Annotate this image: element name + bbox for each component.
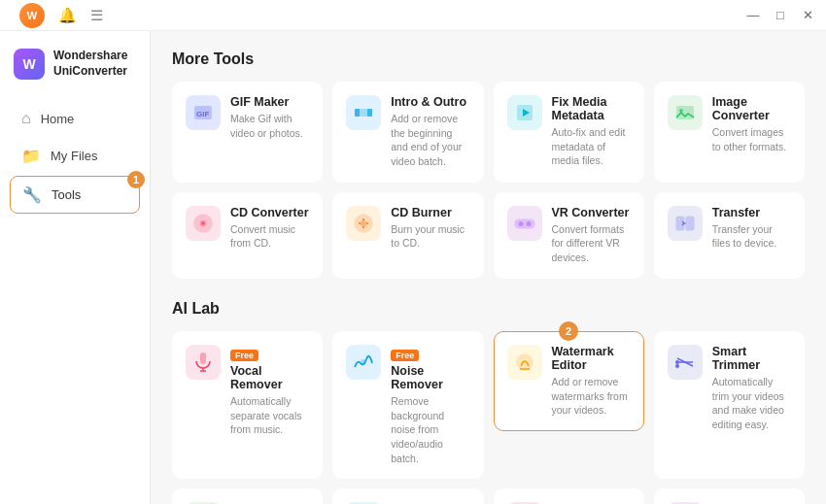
vr-converter-name: VR Converter xyxy=(552,206,631,219)
smart-trimmer-info: Smart Trimmer Automatically trim your vi… xyxy=(712,345,791,432)
vocal-remover-icon xyxy=(191,351,215,374)
svg-point-11 xyxy=(202,222,204,224)
svg-point-26 xyxy=(675,360,679,364)
tool-card-vr-converter[interactable]: VR Converter Convert formats for differe… xyxy=(494,192,644,279)
tools-icon: 🔧 xyxy=(22,185,42,204)
watermark-editor-icon-wrap xyxy=(507,345,542,380)
fix-media-info: Fix Media Metadata Auto-fix and edit met… xyxy=(552,95,631,168)
vr-converter-icon-wrap xyxy=(507,206,542,241)
ai-lab-grid: Free Vocal Remover Automatically separat… xyxy=(172,331,805,504)
cd-converter-name: CD Converter xyxy=(230,206,309,219)
noise-remover-free-badge: Free xyxy=(391,350,419,361)
sidebar-item-myfiles[interactable]: 📁 My Files xyxy=(10,138,140,174)
svg-point-27 xyxy=(675,364,679,368)
svg-text:GIF: GIF xyxy=(196,110,209,118)
intro-outro-icon xyxy=(352,101,375,124)
cd-burner-info: CD Burner Burn your music to CD. xyxy=(391,206,469,251)
sidebar-nav: ⌂ Home 📁 My Files 🔧 Tools 1 xyxy=(0,97,150,218)
tool-card-cd-converter[interactable]: CD Converter Convert music from CD. xyxy=(172,192,323,279)
logo-text: Wondershare UniConverter xyxy=(53,49,127,79)
transfer-desc: Transfer your files to device. xyxy=(712,222,791,251)
tool-card-cd-burner[interactable]: CD Burner Burn your music to CD. xyxy=(332,192,483,279)
gif-maker-icon-wrap: GIF xyxy=(186,95,221,130)
tool-card-background-remover[interactable]: Background Remo... Automatically remove … xyxy=(494,488,644,504)
image-converter-icon-wrap xyxy=(668,95,703,130)
image-converter-desc: Convert images to other formats. xyxy=(712,125,791,153)
cd-burner-desc: Burn your music to CD. xyxy=(391,222,469,251)
watermark-editor-wrap: 2 Watermark Editor Add or remove waterma… xyxy=(494,331,644,479)
vocal-remover-free-badge: Free xyxy=(230,350,258,361)
close-button[interactable]: ✕ xyxy=(799,7,816,24)
sidebar-item-tools[interactable]: 🔧 Tools 1 xyxy=(10,176,140,214)
cd-converter-info: CD Converter Convert music from CD. xyxy=(230,206,309,251)
logo-icon: W xyxy=(14,49,45,80)
svg-point-13 xyxy=(361,220,366,226)
bell-icon[interactable]: 🔔 xyxy=(58,7,77,24)
cd-converter-icon-wrap xyxy=(186,206,221,241)
transfer-name: Transfer xyxy=(712,206,791,219)
cd-converter-desc: Convert music from CD. xyxy=(230,222,309,251)
maximize-button[interactable]: □ xyxy=(772,7,789,24)
watermark-editor-name: Watermark Editor xyxy=(552,345,631,372)
fix-media-desc: Auto-fix and edit metadata of media file… xyxy=(552,125,631,168)
smart-trimmer-icon-wrap xyxy=(668,345,703,380)
noise-remover-desc: Remove background noise from video/audio… xyxy=(391,394,469,465)
tool-card-ai-portrait[interactable]: AI Portrait Change video background with… xyxy=(654,488,805,504)
fix-media-name: Fix Media Metadata xyxy=(552,95,631,122)
tool-card-fix-media[interactable]: Fix Media Metadata Auto-fix and edit met… xyxy=(494,82,644,183)
cd-burner-name: CD Burner xyxy=(391,206,469,219)
vocal-remover-name: Vocal Remover xyxy=(230,364,309,391)
vocal-remover-icon-wrap xyxy=(186,345,221,380)
sidebar-item-home[interactable]: ⌂ Home xyxy=(10,101,140,136)
tool-card-gif-maker[interactable]: GIF GIF Maker Make Gif with video or pho… xyxy=(172,82,323,183)
sidebar: W Wondershare UniConverter ⌂ Home 📁 My F… xyxy=(0,31,151,504)
transfer-info: Transfer Transfer your files to device. xyxy=(712,206,791,251)
vr-converter-icon xyxy=(513,212,536,235)
noise-remover-info: Free Noise Remover Remove background noi… xyxy=(391,345,469,465)
tool-card-smart-trimmer[interactable]: Smart Trimmer Automatically trim your vi… xyxy=(654,331,805,479)
tool-card-auto-crop[interactable]: Auto Crop Automatically resize videos fo… xyxy=(172,488,323,504)
gif-maker-desc: Make Gif with video or photos. xyxy=(230,112,309,140)
svg-point-16 xyxy=(526,221,531,226)
vr-converter-info: VR Converter Convert formats for differe… xyxy=(552,206,631,265)
smart-trimmer-name: Smart Trimmer xyxy=(712,345,791,372)
tool-card-noise-remover[interactable]: Free Noise Remover Remove background noi… xyxy=(332,331,483,479)
noise-remover-icon xyxy=(352,351,375,374)
watermark-editor-icon xyxy=(513,351,536,374)
tool-card-transfer[interactable]: Transfer Transfer your files to device. xyxy=(654,192,805,279)
intro-outro-name: Intro & Outro xyxy=(391,95,469,109)
vocal-remover-info: Free Vocal Remover Automatically separat… xyxy=(230,345,309,437)
tool-card-intro-outro[interactable]: Intro & Outro Add or remove the beginnin… xyxy=(332,82,483,183)
tool-card-vocal-remover[interactable]: Free Vocal Remover Automatically separat… xyxy=(172,331,323,479)
intro-outro-info: Intro & Outro Add or remove the beginnin… xyxy=(391,95,469,169)
cd-converter-icon xyxy=(191,212,215,235)
image-converter-info: Image Converter Convert images to other … xyxy=(712,95,791,153)
fix-media-icon-wrap xyxy=(507,95,542,130)
user-avatar[interactable]: W xyxy=(19,3,45,28)
menu-icon[interactable]: ☰ xyxy=(90,7,103,24)
tool-card-subtitle-editor[interactable]: Subtitle Editor A powerful subtitle edit… xyxy=(332,488,483,504)
svg-rect-4 xyxy=(367,109,372,117)
gif-maker-info: GIF Maker Make Gif with video or photos. xyxy=(230,95,309,140)
transfer-icon-wrap xyxy=(668,206,703,241)
cd-burner-icon xyxy=(352,212,375,235)
sidebar-logo: W Wondershare UniConverter xyxy=(0,31,150,97)
window-controls: — □ ✕ xyxy=(744,7,816,24)
tool-card-watermark-editor[interactable]: Watermark Editor Add or remove watermark… xyxy=(494,331,644,431)
smart-trimmer-desc: Automatically trim your videos and make … xyxy=(712,375,791,432)
folder-icon: 📁 xyxy=(21,147,41,165)
tool-card-image-converter[interactable]: Image Converter Convert images to other … xyxy=(654,82,805,183)
image-converter-icon xyxy=(673,101,697,124)
svg-rect-17 xyxy=(676,217,684,230)
main-content: More Tools GIF GIF Maker Make Gif with v… xyxy=(151,31,826,504)
svg-rect-14 xyxy=(515,219,534,228)
gif-icon: GIF xyxy=(191,101,215,124)
svg-point-22 xyxy=(361,359,366,365)
titlebar: W 🔔 ☰ — □ ✕ xyxy=(0,0,826,31)
ai-lab-title: AI Lab xyxy=(172,300,805,318)
noise-remover-name: Noise Remover xyxy=(391,364,469,391)
fix-media-icon xyxy=(513,101,536,124)
watermark-editor-desc: Add or remove watermarks from your video… xyxy=(552,375,631,418)
intro-outro-icon-wrap xyxy=(346,95,381,130)
minimize-button[interactable]: — xyxy=(744,7,762,24)
